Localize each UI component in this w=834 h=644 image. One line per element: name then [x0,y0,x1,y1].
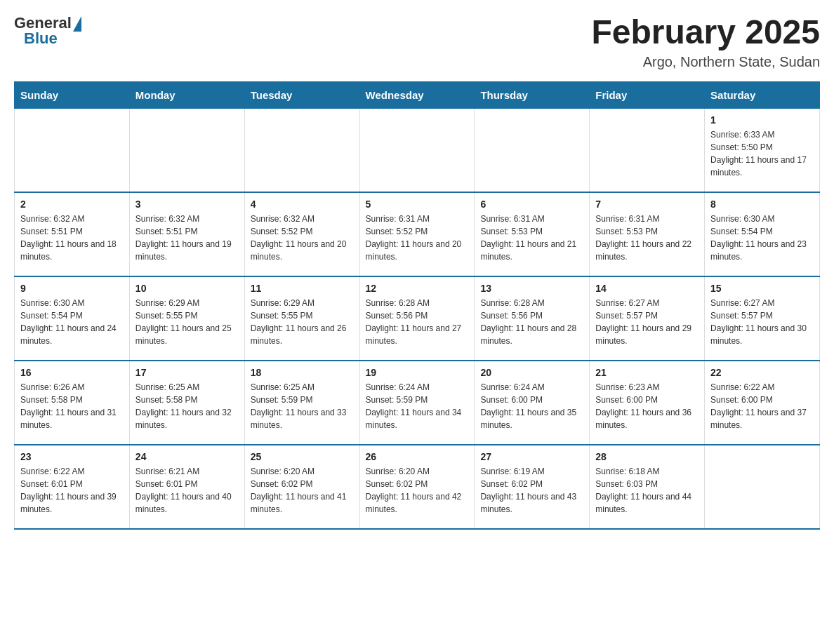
day-number: 3 [135,199,239,210]
day-info: Sunrise: 6:29 AMSunset: 5:55 PMDaylight:… [251,297,354,347]
calendar-cell: 1Sunrise: 6:33 AMSunset: 5:50 PMDaylight… [705,108,820,192]
day-number: 13 [480,283,583,294]
logo-triangle-icon [73,16,81,32]
day-number: 12 [366,283,469,294]
calendar-cell [15,108,130,192]
calendar-header-saturday: Saturday [705,81,820,108]
calendar-cell: 17Sunrise: 6:25 AMSunset: 5:58 PMDayligh… [129,361,244,445]
calendar-cell: 8Sunrise: 6:30 AMSunset: 5:54 PMDaylight… [705,192,820,276]
day-number: 28 [595,451,699,462]
title-area: February 2025 Argo, Northern State, Suda… [591,14,820,70]
calendar-cell: 12Sunrise: 6:28 AMSunset: 5:56 PMDayligh… [359,276,475,361]
day-number: 26 [366,451,469,462]
day-info: Sunrise: 6:33 AMSunset: 5:50 PMDaylight:… [710,128,814,179]
calendar-header-row: SundayMondayTuesdayWednesdayThursdayFrid… [15,81,820,108]
day-number: 2 [20,199,124,210]
calendar-cell [359,108,475,192]
calendar-week-row: 2Sunrise: 6:32 AMSunset: 5:51 PMDaylight… [15,192,820,276]
day-number: 4 [251,199,354,210]
day-info: Sunrise: 6:25 AMSunset: 5:59 PMDaylight:… [251,381,354,431]
page-header: General Blue February 2025 Argo, Norther… [14,14,820,70]
calendar-cell [244,108,359,192]
calendar-cell: 10Sunrise: 6:29 AMSunset: 5:55 PMDayligh… [129,276,244,361]
day-info: Sunrise: 6:18 AMSunset: 6:03 PMDaylight:… [595,465,699,516]
day-number: 14 [595,283,699,294]
day-number: 15 [710,283,814,294]
calendar-cell: 6Sunrise: 6:31 AMSunset: 5:53 PMDaylight… [475,192,590,276]
day-info: Sunrise: 6:24 AMSunset: 6:00 PMDaylight:… [480,381,583,431]
calendar-header-tuesday: Tuesday [244,81,359,108]
calendar-header-friday: Friday [590,81,705,108]
day-info: Sunrise: 6:21 AMSunset: 6:01 PMDaylight:… [135,465,239,516]
calendar-cell: 7Sunrise: 6:31 AMSunset: 5:53 PMDaylight… [590,192,705,276]
calendar-cell: 28Sunrise: 6:18 AMSunset: 6:03 PMDayligh… [590,445,705,529]
day-info: Sunrise: 6:20 AMSunset: 6:02 PMDaylight:… [366,465,469,516]
calendar-cell: 5Sunrise: 6:31 AMSunset: 5:52 PMDaylight… [359,192,475,276]
day-info: Sunrise: 6:24 AMSunset: 5:59 PMDaylight:… [366,381,469,431]
calendar-cell [129,108,244,192]
calendar-header-wednesday: Wednesday [359,81,475,108]
day-number: 20 [480,367,583,378]
calendar-cell: 23Sunrise: 6:22 AMSunset: 6:01 PMDayligh… [15,445,130,529]
day-info: Sunrise: 6:30 AMSunset: 5:54 PMDaylight:… [20,297,124,347]
day-info: Sunrise: 6:31 AMSunset: 5:52 PMDaylight:… [366,213,469,263]
calendar-cell: 3Sunrise: 6:32 AMSunset: 5:51 PMDaylight… [129,192,244,276]
day-number: 22 [710,367,814,378]
day-number: 1 [710,114,814,126]
day-number: 19 [366,367,469,378]
calendar-cell: 19Sunrise: 6:24 AMSunset: 5:59 PMDayligh… [359,361,475,445]
calendar-week-row: 9Sunrise: 6:30 AMSunset: 5:54 PMDaylight… [15,276,820,361]
day-number: 7 [595,199,699,210]
day-number: 10 [135,283,239,294]
logo: General Blue [14,14,81,48]
logo-blue-text: Blue [24,29,58,48]
day-info: Sunrise: 6:27 AMSunset: 5:57 PMDaylight:… [710,297,814,347]
day-info: Sunrise: 6:22 AMSunset: 6:01 PMDaylight:… [20,465,124,516]
day-info: Sunrise: 6:32 AMSunset: 5:51 PMDaylight:… [135,213,239,263]
location-text: Argo, Northern State, Sudan [591,54,820,70]
day-info: Sunrise: 6:29 AMSunset: 5:55 PMDaylight:… [135,297,239,347]
calendar-cell: 16Sunrise: 6:26 AMSunset: 5:58 PMDayligh… [15,361,130,445]
calendar-header-sunday: Sunday [15,81,130,108]
day-info: Sunrise: 6:22 AMSunset: 6:00 PMDaylight:… [710,381,814,431]
day-number: 9 [20,283,124,294]
day-info: Sunrise: 6:28 AMSunset: 5:56 PMDaylight:… [366,297,469,347]
day-info: Sunrise: 6:31 AMSunset: 5:53 PMDaylight:… [480,213,583,263]
day-info: Sunrise: 6:32 AMSunset: 5:51 PMDaylight:… [20,213,124,263]
calendar-header-thursday: Thursday [475,81,590,108]
calendar-table: SundayMondayTuesdayWednesdayThursdayFrid… [14,81,820,530]
day-info: Sunrise: 6:32 AMSunset: 5:52 PMDaylight:… [251,213,354,263]
day-info: Sunrise: 6:28 AMSunset: 5:56 PMDaylight:… [480,297,583,347]
calendar-week-row: 16Sunrise: 6:26 AMSunset: 5:58 PMDayligh… [15,361,820,445]
calendar-cell: 22Sunrise: 6:22 AMSunset: 6:00 PMDayligh… [705,361,820,445]
calendar-cell: 20Sunrise: 6:24 AMSunset: 6:00 PMDayligh… [475,361,590,445]
day-info: Sunrise: 6:25 AMSunset: 5:58 PMDaylight:… [135,381,239,431]
calendar-week-row: 23Sunrise: 6:22 AMSunset: 6:01 PMDayligh… [15,445,820,529]
calendar-cell: 24Sunrise: 6:21 AMSunset: 6:01 PMDayligh… [129,445,244,529]
calendar-cell: 26Sunrise: 6:20 AMSunset: 6:02 PMDayligh… [359,445,475,529]
calendar-cell: 4Sunrise: 6:32 AMSunset: 5:52 PMDaylight… [244,192,359,276]
calendar-cell: 21Sunrise: 6:23 AMSunset: 6:00 PMDayligh… [590,361,705,445]
month-title: February 2025 [591,14,820,51]
day-number: 16 [20,367,124,378]
calendar-header-monday: Monday [129,81,244,108]
calendar-cell [475,108,590,192]
day-number: 24 [135,451,239,462]
day-info: Sunrise: 6:19 AMSunset: 6:02 PMDaylight:… [480,465,583,516]
calendar-cell [705,445,820,529]
day-number: 25 [251,451,354,462]
day-number: 18 [251,367,354,378]
day-info: Sunrise: 6:30 AMSunset: 5:54 PMDaylight:… [710,213,814,263]
day-info: Sunrise: 6:31 AMSunset: 5:53 PMDaylight:… [595,213,699,263]
day-number: 5 [366,199,469,210]
day-number: 17 [135,367,239,378]
calendar-cell: 11Sunrise: 6:29 AMSunset: 5:55 PMDayligh… [244,276,359,361]
calendar-cell [590,108,705,192]
calendar-cell: 18Sunrise: 6:25 AMSunset: 5:59 PMDayligh… [244,361,359,445]
day-info: Sunrise: 6:26 AMSunset: 5:58 PMDaylight:… [20,381,124,431]
calendar-cell: 2Sunrise: 6:32 AMSunset: 5:51 PMDaylight… [15,192,130,276]
day-number: 6 [480,199,583,210]
day-number: 21 [595,367,699,378]
calendar-cell: 9Sunrise: 6:30 AMSunset: 5:54 PMDaylight… [15,276,130,361]
day-info: Sunrise: 6:23 AMSunset: 6:00 PMDaylight:… [595,381,699,431]
